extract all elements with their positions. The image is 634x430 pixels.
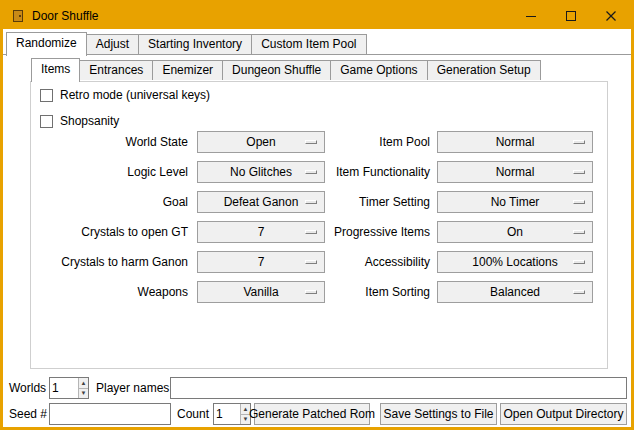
- dropdown-value: On: [507, 225, 523, 239]
- tab-randomize[interactable]: Randomize: [6, 32, 87, 56]
- save-settings-button[interactable]: Save Settings to File: [380, 403, 497, 425]
- close-icon[interactable]: [591, 3, 631, 29]
- seed-label: Seed #: [9, 403, 47, 425]
- tab-adjust[interactable]: Adjust: [86, 34, 139, 54]
- app-icon: [10, 8, 26, 24]
- dropdown-indicator-icon: [573, 290, 585, 294]
- spinner-buttons: ▲ ▼: [78, 378, 88, 398]
- dropdown-item-pool[interactable]: Normal: [437, 131, 593, 153]
- window-title: Door Shuffle: [32, 9, 99, 23]
- checkbox-label: Retro mode (universal keys): [60, 88, 210, 102]
- spinner-up-icon[interactable]: ▲: [79, 378, 88, 388]
- inner-tabbar: Items Entrances Enemizer Dungeon Shuffle…: [31, 60, 540, 82]
- dropdown-value: Normal: [496, 165, 535, 179]
- worlds-spinner[interactable]: ▲ ▼: [49, 377, 89, 399]
- checkbox-shopsanity[interactable]: Shopsanity: [40, 112, 119, 130]
- dropdown-item-sorting[interactable]: Balanced: [437, 281, 593, 303]
- generate-patched-rom-button[interactable]: Generate Patched Rom: [254, 403, 370, 425]
- count-label: Count: [177, 403, 209, 425]
- field-label-crystals-open-gt: Crystals to open GT: [23, 221, 188, 243]
- field-label-item-pool: Item Pool: [258, 131, 430, 153]
- field-label-item-sorting: Item Sorting: [258, 281, 430, 303]
- field-label-progressive-items: Progressive Items: [258, 221, 430, 243]
- checkbox-label: Shopsanity: [60, 114, 119, 128]
- field-label-world-state: World State: [23, 131, 188, 153]
- count-spinner[interactable]: ▲ ▼: [213, 403, 251, 425]
- titlebar[interactable]: Door Shuffle: [3, 3, 631, 29]
- checkbox-box[interactable]: [40, 89, 53, 102]
- seed-input[interactable]: [49, 403, 171, 425]
- field-label-crystals-harm-ganon: Crystals to harm Ganon: [23, 251, 188, 273]
- tab-entrances[interactable]: Entrances: [79, 60, 153, 80]
- tab-items[interactable]: Items: [31, 58, 80, 82]
- dropdown-timer-setting[interactable]: No Timer: [437, 191, 593, 213]
- open-output-directory-button[interactable]: Open Output Directory: [500, 403, 627, 425]
- dropdown-indicator-icon: [573, 200, 585, 204]
- dropdown-value: Normal: [496, 135, 535, 149]
- tab-dungeon-shuffle[interactable]: Dungeon Shuffle: [222, 60, 331, 80]
- dropdown-indicator-icon: [573, 260, 585, 264]
- checkbox-retro-mode[interactable]: Retro mode (universal keys): [40, 86, 210, 104]
- field-label-logic-level: Logic Level: [23, 161, 188, 183]
- dropdown-progressive-items[interactable]: On: [437, 221, 593, 243]
- dropdown-value: 100% Locations: [472, 255, 557, 269]
- worlds-input[interactable]: [50, 378, 78, 398]
- window-controls: [511, 3, 631, 29]
- tab-generation-setup[interactable]: Generation Setup: [427, 60, 541, 80]
- dropdown-indicator-icon: [573, 170, 585, 174]
- dropdown-accessibility[interactable]: 100% Locations: [437, 251, 593, 273]
- tab-starting-inventory[interactable]: Starting Inventory: [138, 34, 252, 54]
- field-label-goal: Goal: [23, 191, 188, 213]
- count-input[interactable]: [214, 404, 240, 424]
- field-label-timer-setting: Timer Setting: [258, 191, 430, 213]
- worlds-label: Worlds: [9, 377, 46, 399]
- dropdown-indicator-icon: [573, 140, 585, 144]
- tab-enemizer[interactable]: Enemizer: [152, 60, 223, 80]
- maximize-icon[interactable]: [551, 3, 591, 29]
- player-names-label: Player names: [96, 377, 169, 399]
- dropdown-value: Balanced: [490, 285, 540, 299]
- dropdown-value: No Timer: [491, 195, 540, 209]
- outer-tabbar: Randomize Adjust Starting Inventory Cust…: [6, 34, 366, 56]
- spinner-down-icon[interactable]: ▼: [79, 388, 88, 399]
- dropdown-indicator-icon: [573, 230, 585, 234]
- field-label-item-functionality: Item Functionality: [258, 161, 430, 183]
- app-window: Door Shuffle Randomize Adjust Starting I…: [0, 0, 634, 430]
- field-label-weapons: Weapons: [23, 281, 188, 303]
- minimize-icon[interactable]: [511, 3, 551, 29]
- tab-game-options[interactable]: Game Options: [330, 60, 427, 80]
- tab-custom-item-pool[interactable]: Custom Item Pool: [251, 34, 366, 54]
- player-names-input[interactable]: [170, 377, 627, 399]
- field-label-accessibility: Accessibility: [258, 251, 430, 273]
- checkbox-box[interactable]: [40, 115, 53, 128]
- dropdown-item-functionality[interactable]: Normal: [437, 161, 593, 183]
